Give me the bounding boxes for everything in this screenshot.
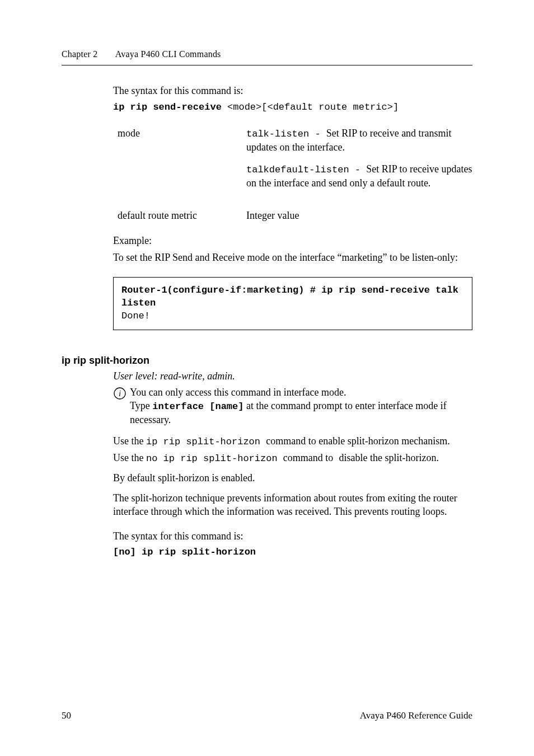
note-pre: Type <box>130 400 152 411</box>
note-line1: You can only access this command in inte… <box>130 387 346 398</box>
explanation: The split-horizon technique prevents inf… <box>113 492 472 519</box>
table-row: mode talk-listen - Set RIP to receive an… <box>113 127 472 199</box>
spacer <box>333 453 339 464</box>
option-code: talk-listen - <box>246 129 326 139</box>
example-description: To set the RIP Send and Receive mode on … <box>113 251 472 265</box>
cmd-args: <mode>[<default route metric>] <box>227 102 399 112</box>
page: Chapter 2 Avaya P460 CLI Commands The sy… <box>0 0 534 756</box>
user-level: User level: read-write, admin. <box>113 370 472 383</box>
param-name-metric: default route metric <box>113 209 246 223</box>
page-footer: 50 Avaya P460 Reference Guide <box>62 710 472 721</box>
svg-text:i: i <box>119 389 121 398</box>
info-note: i You can only access this command in in… <box>113 386 472 400</box>
chapter-title: Avaya P460 CLI Commands <box>115 49 221 59</box>
main-content: The syntax for this command is: ip rip s… <box>113 84 472 330</box>
code-output: Done! <box>121 311 150 321</box>
param-option-2: talkdefault-listen - Set RIP to receive … <box>246 163 472 190</box>
usage-disable: Use the no ip rip split-horizon command … <box>113 452 472 465</box>
section-content: User level: read-write, admin. i You can… <box>113 370 472 559</box>
page-number: 50 <box>62 710 71 721</box>
text: disable the split-horizon. <box>339 452 439 463</box>
param-desc-metric: Integer value <box>246 209 472 223</box>
command-syntax: ip rip send-receive <mode>[<default rout… <box>113 101 472 114</box>
syntax-intro: The syntax for this command is: <box>113 84 472 98</box>
info-icon: i <box>113 387 127 400</box>
param-desc-mode: talk-listen - Set RIP to receive and tra… <box>246 127 472 199</box>
note-continuation: Type interface [name] at the command pro… <box>130 400 472 426</box>
text: command to enable split-horizon mechanis… <box>266 435 449 447</box>
syntax-intro-2: The syntax for this command is: <box>113 530 472 543</box>
code: ip rip split-horizon <box>146 436 266 447</box>
code-example: Router-1(configure-if:marketing) # ip ri… <box>113 277 472 330</box>
code-input: Router-1(configure-if:marketing) # ip ri… <box>121 285 464 308</box>
param-name-mode: mode <box>113 127 246 140</box>
chapter-label: Chapter 2 <box>62 49 97 59</box>
command-syntax-2: [no] ip rip split-horizon <box>113 546 472 558</box>
option-code: talkdefault-listen - <box>246 165 366 175</box>
text: command to <box>283 452 333 463</box>
usage-enable: Use the ip rip split-horizon command to … <box>113 435 472 448</box>
note-text: You can only access this command in inte… <box>130 386 472 400</box>
doc-title: Avaya P460 Reference Guide <box>360 710 472 721</box>
default-note: By default split-horizon is enabled. <box>113 472 472 485</box>
parameter-table: mode talk-listen - Set RIP to receive an… <box>113 127 472 222</box>
section-heading-split-horizon: ip rip split-horizon <box>62 355 472 367</box>
cmd-keyword: ip rip send-receive <box>113 102 227 112</box>
code: no ip rip split-horizon <box>146 453 283 464</box>
example-label: Example: <box>113 234 472 248</box>
param-option-1: talk-listen - Set RIP to receive and tra… <box>246 127 472 154</box>
table-row: default route metric Integer value <box>113 209 472 223</box>
running-header: Chapter 2 Avaya P460 CLI Commands <box>62 49 472 65</box>
note-code: interface [name] <box>152 401 243 412</box>
text: Use the <box>113 435 146 447</box>
text: Use the <box>113 452 146 463</box>
